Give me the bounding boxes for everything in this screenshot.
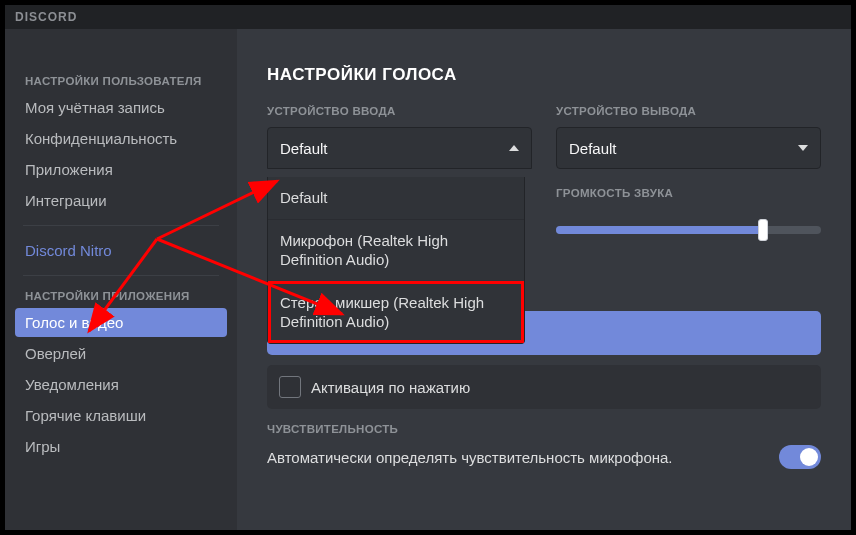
main-panel: НАСТРОЙКИ ГОЛОСА УСТРОЙСТВО ВВОДА Defaul… (237, 29, 851, 530)
sidebar-item-notifications[interactable]: Уведомления (15, 370, 227, 399)
sidebar-item-nitro[interactable]: Discord Nitro (15, 236, 227, 265)
body: НАСТРОЙКИ ПОЛЬЗОВАТЕЛЯ Моя учётная запис… (5, 29, 851, 530)
activation-push-option[interactable]: Активация по нажатию (267, 365, 821, 409)
sidebar-item-overlay[interactable]: Оверлей (15, 339, 227, 368)
toggle-knob (800, 448, 818, 466)
input-option-stereo-mix[interactable]: Стерео микшер (Realtek High Definition A… (268, 281, 524, 343)
activation-push-label: Активация по нажатию (311, 379, 470, 396)
sidebar-item-integrations[interactable]: Интеграции (15, 186, 227, 215)
sidebar-item-games[interactable]: Игры (15, 432, 227, 461)
slider-thumb[interactable] (758, 219, 768, 241)
user-settings-header: НАСТРОЙКИ ПОЛЬЗОВАТЕЛЯ (15, 71, 227, 91)
app-window: DISCORD НАСТРОЙКИ ПОЛЬЗОВАТЕЛЯ Моя учётн… (3, 3, 853, 532)
page-title: НАСТРОЙКИ ГОЛОСА (267, 65, 821, 85)
output-volume-slider[interactable] (556, 226, 821, 234)
checkbox-unchecked-icon (279, 376, 301, 398)
input-device-selected: Default (280, 140, 328, 157)
sidebar-item-hotkeys[interactable]: Горячие клавиши (15, 401, 227, 430)
input-device-dropdown: Default Микрофон (Realtek High Definitio… (267, 177, 525, 344)
input-option-default[interactable]: Default (268, 177, 524, 219)
caret-down-icon (798, 145, 808, 151)
sidebar: НАСТРОЙКИ ПОЛЬЗОВАТЕЛЯ Моя учётная запис… (5, 29, 237, 530)
sensitivity-auto-toggle[interactable] (779, 445, 821, 469)
output-device-label: УСТРОЙСТВО ВЫВОДА (556, 105, 821, 117)
sidebar-item-privacy[interactable]: Конфиденциальность (15, 124, 227, 153)
sidebar-item-voice[interactable]: Голос и видео (15, 308, 227, 337)
app-settings-header: НАСТРОЙКИ ПРИЛОЖЕНИЯ (15, 286, 227, 306)
input-device-select[interactable]: Default (267, 127, 532, 169)
input-device-label: УСТРОЙСТВО ВВОДА (267, 105, 532, 117)
input-option-mic[interactable]: Микрофон (Realtek High Definition Audio) (268, 219, 524, 281)
titlebar: DISCORD (5, 5, 851, 29)
app-title: DISCORD (15, 10, 77, 24)
sensitivity-label: ЧУВСТВИТЕЛЬНОСТЬ (267, 423, 821, 435)
divider (23, 275, 219, 276)
output-volume-label: ГРОМКОСТЬ ЗВУКА (556, 187, 821, 199)
output-device-selected: Default (569, 140, 617, 157)
sidebar-item-apps[interactable]: Приложения (15, 155, 227, 184)
sidebar-item-account[interactable]: Моя учётная запись (15, 93, 227, 122)
sensitivity-auto-text: Автоматически определять чувствительност… (267, 449, 673, 466)
divider (23, 225, 219, 226)
slider-fill (556, 226, 763, 234)
output-device-select[interactable]: Default (556, 127, 821, 169)
caret-up-icon (509, 145, 519, 151)
